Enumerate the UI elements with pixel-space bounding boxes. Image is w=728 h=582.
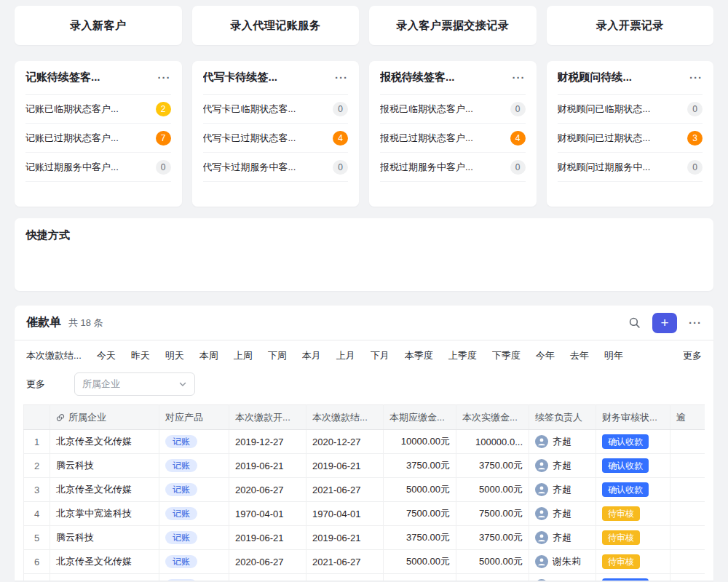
filter-chip[interactable]: 本周 xyxy=(199,349,218,362)
column-header-start-date[interactable]: 本次缴款开... xyxy=(229,405,306,430)
stat-item[interactable]: 财税顾问已过期状态... 3 xyxy=(558,124,703,153)
filter-more-button[interactable]: 更多 xyxy=(683,349,702,362)
stat-item[interactable]: 记账已临期状态客户... 2 xyxy=(25,95,171,124)
stat-item[interactable]: 财税顾问已临期状态... 0 xyxy=(558,95,703,124)
paid-amount-cell[interactable]: 5000.00元 xyxy=(456,550,529,574)
filter-chip[interactable]: 本次缴款结... xyxy=(26,349,82,362)
table-row[interactable]: 5 腾云科技 记账 2019-06-21 2019-06-21 3750.00元… xyxy=(24,526,705,550)
search-icon[interactable] xyxy=(628,316,641,329)
status-cell[interactable]: 待审核 xyxy=(596,502,670,526)
due-amount-cell[interactable]: 7500.00元 xyxy=(384,502,456,526)
filter-chip[interactable]: 本月 xyxy=(302,349,321,362)
stat-item[interactable]: 报税过期服务中客户... 0 xyxy=(380,153,526,182)
table-row[interactable]: 6 北京传圣文化传媒 记账 2020-06-27 2021-06-27 5000… xyxy=(24,550,705,574)
status-cell[interactable]: 确认收款 xyxy=(596,430,670,454)
filter-chip[interactable]: 明年 xyxy=(604,349,623,362)
owner-cell[interactable]: 齐超 xyxy=(529,526,596,550)
company-cell[interactable]: 北京传圣文化传媒 xyxy=(50,478,159,502)
filter-chip[interactable]: 下周 xyxy=(268,349,287,362)
paid-amount-cell[interactable]: 5000.00元 xyxy=(456,478,529,502)
due-amount-cell[interactable]: 5000.00元 xyxy=(384,478,456,502)
overdue-cell[interactable] xyxy=(670,574,705,581)
due-amount-cell[interactable]: 5000.00元 xyxy=(384,550,456,574)
more-menu-icon[interactable]: ··· xyxy=(689,317,702,328)
stat-item[interactable]: 报税已临期状态客户... 0 xyxy=(380,95,526,124)
start-date-cell[interactable]: 1970-04-01 xyxy=(229,502,306,526)
end-date-cell[interactable]: 2021-06-27 xyxy=(306,478,384,502)
add-record-button[interactable]: + xyxy=(652,313,677,333)
column-header-due-amount[interactable]: 本期应缴金... xyxy=(384,405,456,430)
end-date-cell[interactable]: 1970-04-01 xyxy=(306,502,384,526)
filter-chip[interactable]: 上月 xyxy=(336,349,355,362)
product-cell[interactable]: 记账 xyxy=(159,526,229,550)
owner-cell[interactable]: 齐超 xyxy=(529,574,596,581)
table-row[interactable]: 2 腾云科技 记账 2019-06-21 2019-06-21 3750.00元… xyxy=(24,454,705,478)
column-header-end-date[interactable]: 本次缴款结... xyxy=(306,405,384,430)
more-menu-icon[interactable]: ··· xyxy=(513,72,526,83)
company-cell[interactable]: 北京掌中宽途科技 xyxy=(50,502,159,526)
product-cell[interactable]: 记账 xyxy=(159,454,229,478)
end-date-cell[interactable]: 2020-12-27 xyxy=(306,574,384,581)
status-cell[interactable]: 待审核 xyxy=(596,550,670,574)
status-cell[interactable]: 待审核 xyxy=(596,526,670,550)
table-row[interactable]: 7 北京传圣文化传媒 记账 2019-12-27 2020-12-27 1000… xyxy=(24,574,705,581)
product-cell[interactable]: 记账 xyxy=(159,478,229,502)
overdue-cell[interactable] xyxy=(670,526,705,550)
product-cell[interactable]: 记账 xyxy=(159,550,229,574)
paid-amount-cell[interactable]: 7500.00元 xyxy=(456,502,529,526)
company-cell[interactable]: 北京传圣文化传媒 xyxy=(50,574,159,581)
table-row[interactable]: 1 北京传圣文化传媒 记账 2019-12-27 2020-12-27 1000… xyxy=(24,430,705,454)
status-cell[interactable]: 确认收款 xyxy=(596,574,670,581)
product-cell[interactable]: 记账 xyxy=(159,502,229,526)
filter-chip[interactable]: 上周 xyxy=(234,349,253,362)
start-date-cell[interactable]: 2019-06-21 xyxy=(229,526,306,550)
status-cell[interactable]: 确认收款 xyxy=(596,454,670,478)
end-date-cell[interactable]: 2019-06-21 xyxy=(306,454,384,478)
start-date-cell[interactable]: 2019-12-27 xyxy=(229,574,306,581)
start-date-cell[interactable]: 2020-06-27 xyxy=(229,550,306,574)
paid-amount-cell[interactable]: 100000.0... xyxy=(456,430,529,454)
more-menu-icon[interactable]: ··· xyxy=(335,72,348,83)
more-menu-icon[interactable]: ··· xyxy=(689,72,703,83)
new-customer-button[interactable]: 录入新客户 xyxy=(15,6,182,45)
owner-cell[interactable]: 齐超 xyxy=(529,454,596,478)
company-cell[interactable]: 北京传圣文化传媒 xyxy=(50,430,159,454)
start-date-cell[interactable]: 2019-12-27 xyxy=(229,430,306,454)
end-date-cell[interactable]: 2019-06-21 xyxy=(306,526,384,550)
start-date-cell[interactable]: 2019-06-21 xyxy=(229,454,306,478)
due-amount-cell[interactable]: 10000.00元 xyxy=(384,430,456,454)
bookkeeping-service-button[interactable]: 录入代理记账服务 xyxy=(192,6,360,45)
end-date-cell[interactable]: 2020-12-27 xyxy=(306,430,384,454)
bill-handover-button[interactable]: 录入客户票据交接记录 xyxy=(369,6,537,45)
product-cell[interactable]: 记账 xyxy=(159,430,229,454)
stat-item[interactable]: 代写卡已临期状态客... 0 xyxy=(203,95,349,124)
column-header-owner[interactable]: 续签负责人 xyxy=(529,405,596,430)
overdue-cell[interactable] xyxy=(670,502,705,526)
filter-chip[interactable]: 下月 xyxy=(371,349,389,362)
due-amount-cell[interactable]: 10000.00元 xyxy=(384,574,456,581)
column-header-paid-amount[interactable]: 本次实缴金... xyxy=(456,405,529,430)
due-amount-cell[interactable]: 3750.00元 xyxy=(384,454,456,478)
more-menu-icon[interactable]: ··· xyxy=(158,72,171,83)
overdue-cell[interactable] xyxy=(670,454,705,478)
owner-cell[interactable]: 齐超 xyxy=(529,478,596,502)
column-header-company[interactable]: 所属企业 xyxy=(50,405,159,430)
company-cell[interactable]: 腾云科技 xyxy=(50,454,159,478)
stat-item[interactable]: 记账已过期状态客户... 7 xyxy=(25,124,171,153)
stat-item[interactable]: 代写卡已过期状态客... 4 xyxy=(203,124,349,153)
table-row[interactable]: 4 北京掌中宽途科技 记账 1970-04-01 1970-04-01 7500… xyxy=(24,502,705,526)
filter-chip[interactable]: 今年 xyxy=(536,349,555,362)
column-header-audit-status[interactable]: 财务审核状... xyxy=(596,405,670,430)
due-amount-cell[interactable]: 3750.00元 xyxy=(384,526,456,550)
filter-chip[interactable]: 去年 xyxy=(570,349,589,362)
stat-item[interactable]: 记账过期服务中客户... 0 xyxy=(25,153,171,182)
column-header-product[interactable]: 对应产品 xyxy=(159,405,229,430)
filter-chip[interactable]: 下季度 xyxy=(492,349,521,362)
table-scroll-area[interactable]: 所属企业 对应产品 本次缴款开... 本次缴款结... 本期应缴金... 本次实… xyxy=(23,404,705,581)
filter-chip[interactable]: 今天 xyxy=(97,349,116,362)
stat-item[interactable]: 报税已过期状态客户... 4 xyxy=(380,124,526,153)
column-header-overdue[interactable]: 逾 xyxy=(670,405,705,430)
filter-chip[interactable]: 上季度 xyxy=(448,349,477,362)
overdue-cell[interactable] xyxy=(670,478,705,502)
company-cell[interactable]: 腾云科技 xyxy=(50,526,159,550)
